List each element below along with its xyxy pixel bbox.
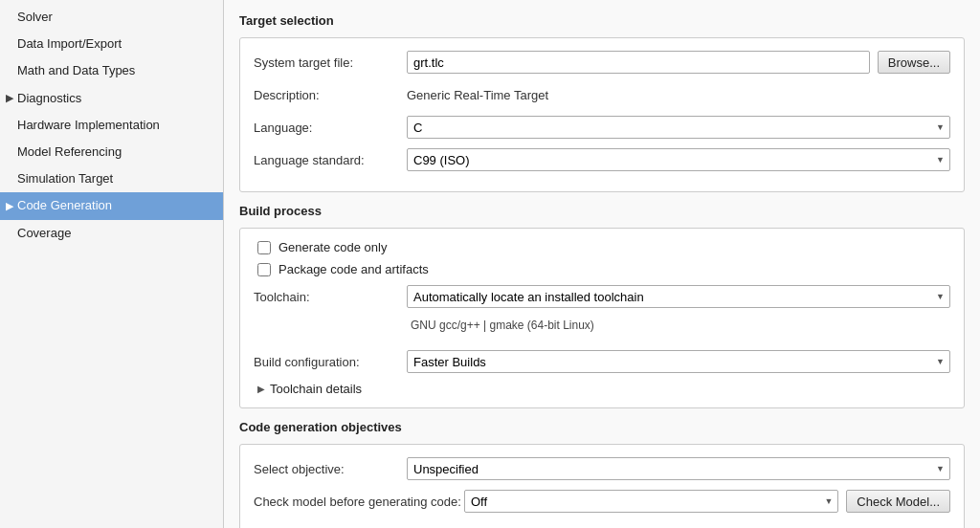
toolchain-select-wrapper: Automatically locate an installed toolch… [407,285,950,308]
build-process-title: Build process [239,204,965,218]
sidebar-item-label-diagnostics: Diagnostics [17,90,81,107]
sidebar-item-label-simulation-target: Simulation Target [17,171,113,186]
sidebar-item-coverage[interactable]: Coverage [0,220,223,247]
description-value: Generic Real-Time Target [407,88,950,102]
toolchain-details-arrow: ▶ [257,384,265,394]
generate-code-only-label[interactable]: Generate code only [278,240,387,254]
sidebar-item-label-code-generation: Code Generation [17,197,112,214]
description-label: Description: [254,88,407,102]
package-code-row: Package code and artifacts [257,262,950,276]
build-config-label: Build configuration: [254,355,407,369]
language-standard-select-wrapper: C99 (ISO) C89/C90 (ANSI) C11 (ISO) [407,148,950,171]
code-gen-objectives-title: Code generation objectives [239,420,965,434]
toolchain-select[interactable]: Automatically locate an installed toolch… [407,285,950,308]
sidebar-item-label-hardware-implementation: Hardware Implementation [17,118,160,132]
code-gen-objectives-panel: Select objective: Unspecified Check mode… [239,444,965,528]
system-target-file-row: System target file: Browse... [254,50,950,75]
sidebar-item-simulation-target[interactable]: Simulation Target [0,165,223,192]
sidebar-item-code-generation[interactable]: ▶Code Generation [0,192,223,219]
description-row: Description: Generic Real-Time Target [254,82,950,107]
system-target-file-input[interactable] [407,51,870,74]
sidebar-item-label-data-import-export: Data Import/Export [17,36,122,51]
build-process-panel: Generate code only Package code and arti… [239,228,965,408]
system-target-file-label: System target file: [254,55,407,70]
toolchain-note-row: GNU gcc/g++ | gmake (64-bit Linux) [254,317,950,341]
toolchain-row: Toolchain: Automatically locate an insta… [254,284,950,309]
sidebar-item-solver[interactable]: Solver [0,4,223,31]
sidebar-item-data-import-export[interactable]: Data Import/Export [0,31,223,57]
sidebar-item-hardware-implementation[interactable]: Hardware Implementation [0,112,223,139]
check-model-label: Check model before generating code: [254,495,464,509]
language-select-wrapper: C C++ [407,116,950,139]
sidebar-item-label-model-referencing: Model Referencing [17,144,122,159]
select-objective-select[interactable]: Unspecified [407,457,950,480]
main-content: Target selection System target file: Bro… [224,0,980,528]
sidebar-item-label-math-data-types: Math and Data Types [17,63,135,77]
toolchain-details-label: Toolchain details [270,382,362,396]
target-selection-title: Target selection [239,13,965,28]
diagnostics-arrow-icon: ▶ [6,91,13,105]
select-objective-row: Select objective: Unspecified [254,456,950,481]
package-code-label[interactable]: Package code and artifacts [278,262,429,276]
build-config-row: Build configuration: Faster Builds Debug… [254,349,950,374]
package-code-checkbox[interactable] [257,263,271,276]
check-model-row: Check model before generating code: Off … [254,489,950,514]
language-row: Language: C C++ [254,115,950,140]
check-model-select-wrapper: Off On [464,490,838,513]
select-objective-select-wrapper: Unspecified [407,457,950,480]
select-objective-label: Select objective: [254,462,407,476]
toolchain-note: GNU gcc/g++ | gmake (64-bit Linux) [411,319,594,332]
code-generation-arrow-icon: ▶ [6,199,13,213]
language-label: Language: [254,121,407,135]
check-model-select[interactable]: Off On [464,490,838,513]
build-config-select-wrapper: Faster Builds Debug Specify [407,350,950,373]
sidebar-item-label-solver: Solver [17,10,53,24]
language-standard-select[interactable]: C99 (ISO) C89/C90 (ANSI) C11 (ISO) [407,148,950,171]
build-config-select[interactable]: Faster Builds Debug Specify [407,350,950,373]
sidebar-item-label-coverage: Coverage [17,226,71,240]
sidebar: SolverData Import/ExportMath and Data Ty… [0,0,224,528]
language-standard-row: Language standard: C99 (ISO) C89/C90 (AN… [254,147,950,172]
sidebar-item-math-data-types[interactable]: Math and Data Types [0,57,223,84]
sidebar-item-model-referencing[interactable]: Model Referencing [0,139,223,165]
toolchain-label: Toolchain: [254,290,407,304]
browse-button[interactable]: Browse... [878,51,950,74]
language-select[interactable]: C C++ [407,116,950,139]
toolchain-details-row[interactable]: ▶ Toolchain details [257,382,950,396]
language-standard-label: Language standard: [254,153,407,167]
generate-code-only-row: Generate code only [257,240,950,254]
check-model-button[interactable]: Check Model... [846,490,950,513]
target-selection-panel: System target file: Browse... Descriptio… [239,37,965,192]
sidebar-item-diagnostics[interactable]: ▶Diagnostics [0,85,223,112]
generate-code-only-checkbox[interactable] [257,241,271,254]
